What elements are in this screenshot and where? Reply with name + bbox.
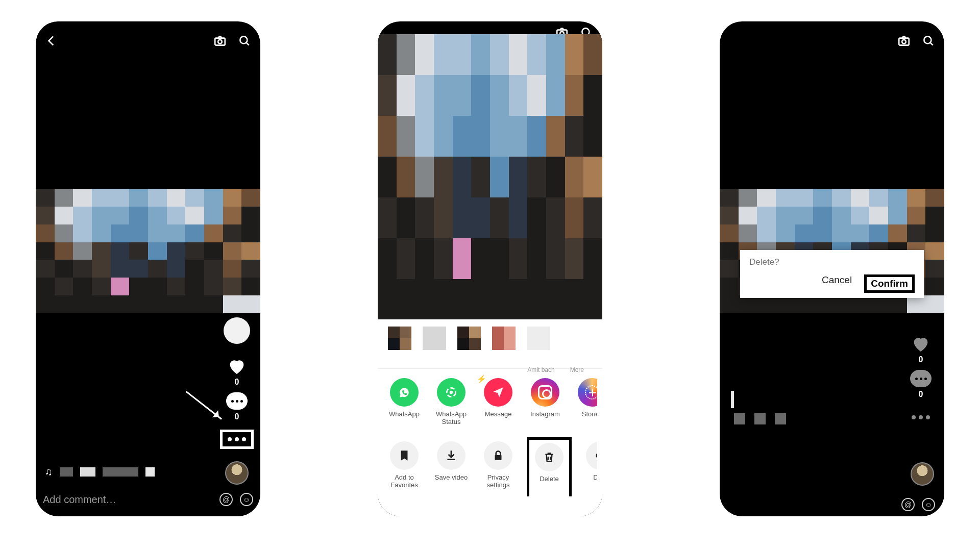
cancel-button[interactable]: Cancel	[822, 274, 852, 293]
avatar[interactable]	[224, 317, 250, 344]
contact-labels: Amit bach More	[383, 366, 597, 373]
share-label: WhatsApp	[383, 411, 426, 418]
action-favorites[interactable]: Add to Favorites	[386, 441, 423, 489]
username-redacted	[731, 391, 734, 408]
dialog-question: Delete?	[749, 257, 915, 267]
share-sheet: Amit bach More ⚡ WhatsApp WhatsApp Statu…	[378, 319, 602, 516]
share-message[interactable]: Message	[480, 378, 517, 418]
whatsapp-icon	[390, 378, 419, 407]
more-icon	[228, 437, 246, 441]
share-whatsapp-status[interactable]: WhatsApp Status	[433, 378, 470, 426]
comment-count: 0	[235, 412, 239, 421]
comment-bar: Add comment… @ ☺	[43, 490, 253, 509]
tutorial-arrow	[186, 391, 222, 420]
svg-point-2	[240, 36, 247, 43]
svg-rect-8	[495, 455, 502, 460]
action-duet[interactable]: Duet	[582, 441, 597, 482]
music-note-icon: ♫	[45, 466, 53, 478]
video-caption: ♫	[45, 466, 155, 478]
confirm-button[interactable]: Confirm	[871, 278, 908, 289]
share-label: WhatsApp Status	[430, 411, 473, 426]
comment-input[interactable]: Add comment…	[43, 494, 116, 506]
share-label: Instagram	[524, 411, 567, 418]
heart-icon	[226, 355, 248, 378]
download-icon	[437, 441, 465, 470]
share-label: Message	[477, 411, 520, 418]
screen-2-share-sheet: Amit bach More ⚡ WhatsApp WhatsApp Statu…	[378, 21, 602, 516]
action-label: Duet	[579, 474, 597, 482]
duet-icon	[586, 441, 597, 470]
more-button-highlighted[interactable]	[220, 430, 254, 449]
caption-redacted	[734, 413, 786, 424]
share-whatsapp[interactable]: WhatsApp	[386, 378, 423, 418]
video-thumbnail	[378, 34, 602, 320]
message-icon	[484, 378, 512, 407]
sound-avatar[interactable]	[911, 462, 934, 486]
svg-point-13	[924, 36, 931, 43]
action-label: Privacy settings	[477, 474, 520, 489]
topbar	[720, 30, 944, 52]
action-options-row: Add to Favorites Save video Privacy sett…	[383, 430, 597, 496]
topbar	[36, 30, 260, 52]
contact-avatar[interactable]	[492, 327, 516, 350]
svg-point-1	[218, 40, 222, 44]
lock-icon	[484, 441, 512, 470]
share-label: Stories	[571, 411, 597, 418]
mention-icon[interactable]: @	[901, 498, 915, 511]
contact-avatar[interactable]	[423, 327, 446, 350]
action-label: Delete	[528, 475, 571, 483]
action-delete-highlighted: Delete	[527, 437, 572, 496]
svg-point-9	[596, 453, 597, 459]
emoji-icon[interactable]: ☺	[240, 493, 253, 506]
share-instagram[interactable]: Instagram	[527, 378, 564, 418]
comment-icon	[226, 390, 248, 412]
search-icon[interactable]	[237, 33, 252, 48]
camera-icon[interactable]	[212, 33, 228, 48]
camera-icon[interactable]	[896, 33, 912, 48]
emoji-icon[interactable]: ☺	[922, 498, 935, 511]
mention-icon[interactable]: @	[219, 493, 233, 506]
stories-icon	[578, 378, 597, 407]
delete-dialog: Delete? Cancel Confirm	[740, 250, 924, 298]
bolt-icon: ⚡	[477, 374, 486, 384]
heart-icon	[910, 333, 932, 355]
comment-bar-icons: @ ☺	[901, 498, 935, 511]
back-icon[interactable]	[44, 33, 59, 48]
screen-3-confirm-delete: 0 0 @ ☺ Delete? Cancel Confirm	[720, 21, 944, 516]
svg-point-12	[902, 40, 906, 44]
comment-icon	[910, 367, 932, 390]
action-label: Add to Favorites	[383, 474, 426, 489]
contact-avatar[interactable]	[457, 327, 481, 350]
action-delete[interactable]: Delete	[532, 443, 566, 483]
share-stories[interactable]: Stories	[574, 378, 597, 418]
video-thumbnail	[36, 189, 260, 313]
screen-1-video-more: 0 0 ♫ Add comment… @ ☺	[36, 21, 260, 516]
bookmark-icon	[390, 441, 419, 470]
share-options-row: WhatsApp WhatsApp Status Message Instagr…	[383, 369, 597, 430]
contact-more[interactable]	[527, 327, 550, 350]
contact-avatar[interactable]	[388, 327, 411, 350]
action-column: 0 0	[220, 317, 253, 485]
comment-count: 0	[919, 390, 923, 399]
action-column: 0 0	[904, 333, 937, 419]
sound-avatar[interactable]	[225, 461, 249, 485]
comment-button[interactable]: 0	[226, 390, 248, 421]
like-count: 0	[919, 355, 923, 364]
svg-point-7	[450, 391, 453, 394]
instagram-icon	[531, 378, 559, 407]
action-privacy[interactable]: Privacy settings	[480, 441, 517, 489]
whatsapp-status-icon	[437, 378, 465, 407]
search-icon[interactable]	[921, 33, 936, 48]
like-button[interactable]: 0	[226, 355, 248, 387]
confirm-button-highlighted: Confirm	[864, 274, 915, 293]
contacts-row	[383, 319, 597, 368]
like-button[interactable]: 0	[910, 333, 932, 364]
more-icon	[912, 415, 930, 419]
action-save-video[interactable]: Save video	[433, 441, 470, 482]
comment-button[interactable]: 0	[910, 367, 932, 399]
like-count: 0	[235, 378, 239, 387]
more-button[interactable]	[912, 415, 930, 419]
action-label: Save video	[430, 474, 473, 482]
trash-icon	[535, 443, 564, 471]
